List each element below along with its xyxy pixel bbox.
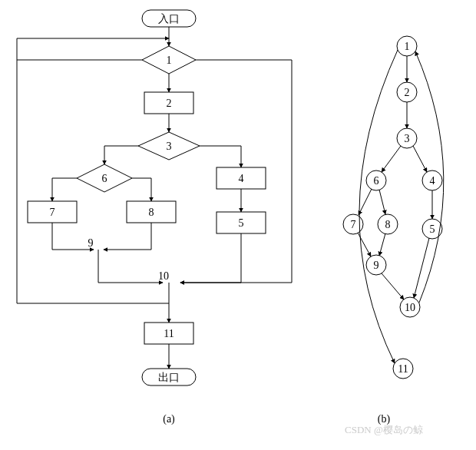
cfg-node-10: 10 <box>400 297 420 317</box>
process-7: 7 <box>28 201 77 223</box>
svg-text:6: 6 <box>374 175 379 187</box>
cfg-node-9: 9 <box>366 255 386 275</box>
node-6-label: 6 <box>102 173 107 184</box>
node-2-label: 2 <box>167 98 172 109</box>
svg-text:1: 1 <box>405 41 410 52</box>
cfg-node-7: 7 <box>343 214 363 234</box>
svg-text:4: 4 <box>430 175 435 187</box>
svg-line-50 <box>382 273 404 299</box>
process-11: 11 <box>144 323 193 344</box>
node-8-label: 8 <box>149 207 154 218</box>
exit-label: 出口 <box>158 372 180 383</box>
svg-text:3: 3 <box>405 133 410 144</box>
svg-line-46 <box>379 190 385 214</box>
cfg-node-1: 1 <box>397 36 417 56</box>
svg-text:2: 2 <box>405 87 410 98</box>
node-11-label: 11 <box>164 328 174 339</box>
svg-text:8: 8 <box>385 219 391 230</box>
cfg-node-5: 5 <box>422 219 442 239</box>
merge-10-label: 10 <box>158 270 169 282</box>
entry-label: 入口 <box>158 13 180 25</box>
svg-line-51 <box>414 238 429 298</box>
svg-line-43 <box>382 146 401 172</box>
cfg-node-6: 6 <box>366 170 386 190</box>
process-5: 5 <box>217 212 266 233</box>
process-2: 2 <box>144 92 193 114</box>
svg-text:11: 11 <box>398 363 408 375</box>
node-3-label: 3 <box>167 141 172 152</box>
cfg-node-8: 8 <box>378 214 398 234</box>
decision-3: 3 <box>138 132 200 160</box>
merge-9-label: 9 <box>88 237 94 249</box>
cfg-node-11: 11 <box>393 359 413 379</box>
watermark-text: CSDN @樱岛の鲸 <box>345 424 423 435</box>
node-5-label: 5 <box>239 217 244 229</box>
cfg-node-4: 4 <box>422 170 442 190</box>
svg-line-45 <box>359 189 372 215</box>
caption-a: (a) <box>163 413 175 425</box>
node-7-label: 7 <box>50 207 55 218</box>
process-4: 4 <box>217 167 266 189</box>
node-1-label: 1 <box>167 55 172 66</box>
cfg-node-2: 2 <box>397 82 417 102</box>
svg-text:9: 9 <box>374 260 379 271</box>
exit-terminal: 出口 <box>142 369 196 385</box>
process-8: 8 <box>127 201 176 223</box>
decision-1: 1 <box>142 46 196 74</box>
cfg-node-3: 3 <box>397 128 417 148</box>
svg-text:10: 10 <box>405 302 415 313</box>
svg-line-49 <box>379 233 385 256</box>
cfg-b: 1 2 3 6 4 7 8 5 9 10 11 (b) <box>343 36 444 425</box>
svg-text:7: 7 <box>351 219 356 230</box>
svg-line-44 <box>413 146 427 172</box>
flowchart-a: 入口 1 2 3 6 <box>17 10 292 425</box>
node-4-label: 4 <box>239 173 244 184</box>
svg-text:5: 5 <box>430 223 435 235</box>
decision-6: 6 <box>77 164 132 192</box>
entry-terminal: 入口 <box>142 10 196 27</box>
